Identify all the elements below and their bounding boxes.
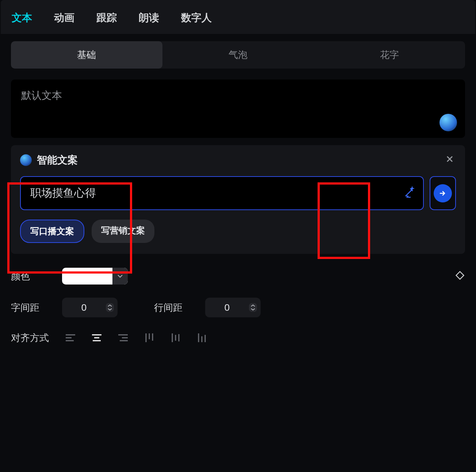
letter-spacing-value: 0 — [62, 302, 106, 313]
chevron-down-icon — [107, 308, 112, 311]
vertical-align-left-button[interactable] — [141, 330, 158, 345]
line-spacing-input[interactable]: 0 — [205, 298, 261, 317]
ai-orb-icon[interactable] — [439, 114, 457, 131]
top-tabs: 文本 动画 跟踪 朗读 数字人 — [1, 0, 475, 34]
chevron-down-icon — [250, 308, 256, 311]
ai-input-value: 职场摸鱼心得 — [30, 187, 96, 199]
align-left-button[interactable] — [62, 330, 79, 345]
align-right-button[interactable] — [115, 330, 131, 345]
vertical-align-center-icon — [170, 333, 181, 343]
keyframe-diamond-icon[interactable] — [455, 270, 465, 282]
subtab-bubble[interactable]: 气泡 — [162, 41, 314, 69]
submit-button[interactable] — [430, 176, 456, 210]
chevron-down-icon — [117, 274, 123, 278]
align-right-icon — [118, 333, 128, 342]
close-button[interactable] — [445, 154, 455, 166]
arrow-right-icon — [438, 189, 447, 198]
line-spacing-value: 0 — [205, 302, 249, 313]
tab-animation[interactable]: 动画 — [54, 11, 74, 25]
align-center-icon — [91, 333, 102, 342]
vertical-align-left-icon — [144, 333, 155, 343]
letter-spacing-label: 字间距 — [11, 301, 51, 314]
chevron-up-icon — [250, 304, 256, 307]
letter-spacing-input[interactable]: 0 — [62, 298, 118, 317]
align-center-button[interactable] — [88, 330, 105, 345]
color-dropdown-button[interactable] — [112, 268, 128, 285]
vertical-align-right-icon — [196, 333, 207, 343]
color-swatch[interactable] — [62, 268, 128, 285]
subtab-fancy[interactable]: 花字 — [314, 41, 465, 69]
chip-marketing-copy[interactable]: 写营销文案 — [92, 220, 154, 243]
ai-orb-icon — [20, 154, 32, 166]
ai-prompt-input[interactable]: 职场摸鱼心得 — [20, 176, 424, 210]
ai-writer-panel: 智能文案 职场摸鱼心得 — [11, 145, 465, 254]
tab-tracking[interactable]: 跟踪 — [96, 11, 117, 25]
line-spacing-label: 行间距 — [154, 301, 194, 314]
tab-digital-human[interactable]: 数字人 — [181, 11, 212, 25]
spinner-stepper[interactable] — [106, 303, 114, 312]
color-label: 颜色 — [11, 270, 51, 283]
tab-narration[interactable]: 朗读 — [139, 11, 159, 25]
text-input-box[interactable]: 默认文本 — [11, 80, 465, 138]
align-left-icon — [65, 333, 76, 342]
close-icon — [445, 154, 455, 164]
vertical-align-center-button[interactable] — [167, 330, 184, 345]
text-placeholder: 默认文本 — [21, 89, 455, 102]
chip-narration-copy[interactable]: 写口播文案 — [20, 220, 84, 243]
tab-text[interactable]: 文本 — [12, 11, 32, 25]
vertical-align-right-button[interactable] — [193, 330, 210, 345]
spinner-stepper[interactable] — [249, 303, 257, 312]
chevron-up-icon — [107, 304, 112, 307]
alignment-label: 对齐方式 — [11, 332, 51, 344]
sub-tabs: 基础 气泡 花字 — [11, 41, 465, 69]
magic-wand-icon[interactable] — [403, 186, 416, 201]
ai-panel-title: 智能文案 — [37, 153, 78, 167]
subtab-basic[interactable]: 基础 — [11, 41, 162, 69]
